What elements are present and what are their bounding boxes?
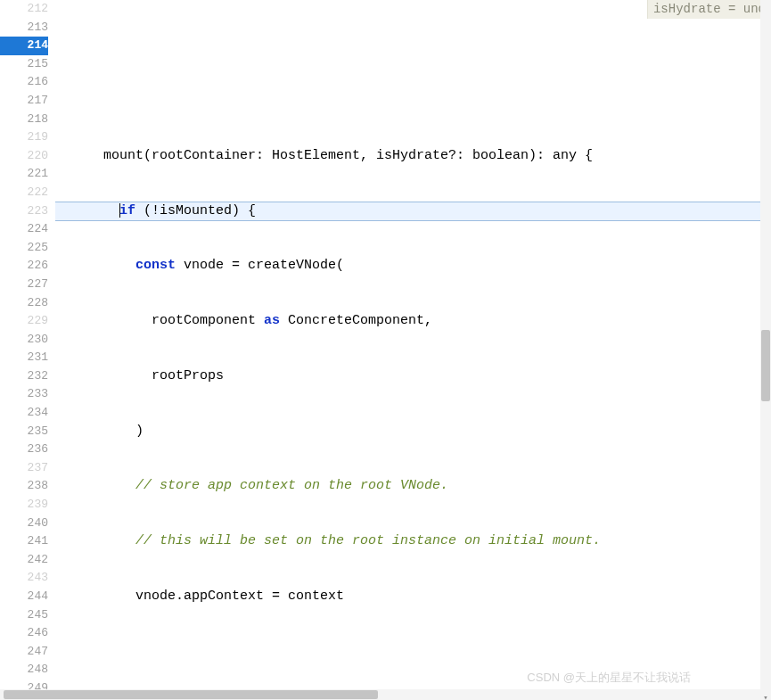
line-number: 227	[0, 276, 48, 294]
line-number: 237	[0, 459, 48, 478]
line-number: 235	[0, 423, 48, 441]
line-number: 248	[0, 661, 48, 679]
line-number: 240	[0, 515, 48, 533]
line-number: 212	[0, 0, 48, 19]
code-line: // this will be set on the root instance…	[55, 532, 771, 551]
line-number: 222	[0, 184, 48, 202]
line-number: 229	[0, 312, 48, 331]
scrollbar-thumb[interactable]	[761, 330, 770, 401]
line-number: 218	[0, 111, 48, 129]
line-number: 225	[0, 239, 48, 258]
code-area[interactable]: isHydrate = und mount(rootContainer: Hos…	[55, 0, 771, 700]
line-number: 241	[0, 532, 48, 551]
line-number: 236	[0, 441, 48, 459]
line-number: 230	[0, 331, 48, 350]
line-number: 224	[0, 220, 48, 239]
line-number: 245	[0, 606, 48, 625]
code-line: rootProps	[55, 367, 771, 386]
vertical-scrollbar[interactable]: ▾	[760, 0, 771, 700]
scroll-down-icon[interactable]: ▾	[762, 689, 769, 698]
line-number: 233	[0, 385, 48, 404]
line-number: 223	[0, 202, 48, 221]
line-number: 221	[0, 165, 48, 184]
line-number: 244	[0, 588, 48, 606]
code-line: )	[55, 423, 771, 441]
code-line-current: if (!isMounted) {	[55, 202, 771, 221]
horizontal-scrollbar[interactable]	[0, 689, 760, 700]
code-editor[interactable]: 212 213 214 215 216 217 218 219 220 221 …	[0, 0, 771, 700]
line-number: 220	[0, 147, 48, 166]
line-number: 242	[0, 551, 48, 570]
line-number: 246	[0, 624, 48, 643]
line-number: 247	[0, 643, 48, 662]
code-line: vnode.appContext = context	[55, 588, 771, 606]
line-number: 219	[0, 128, 48, 147]
code-line: const vnode = createVNode(	[55, 257, 771, 276]
line-number: 238	[0, 477, 48, 496]
code-line	[55, 643, 771, 662]
line-number: 226	[0, 257, 48, 276]
inlay-hint: isHydrate = und	[647, 0, 771, 19]
line-number: 217	[0, 92, 48, 111]
line-number: 243	[0, 569, 48, 588]
line-number-current: 214	[0, 37, 48, 55]
line-number: 239	[0, 496, 48, 515]
line-number: 216	[0, 73, 48, 92]
line-number: 232	[0, 367, 48, 386]
line-number: 228	[0, 294, 48, 313]
code-line	[55, 92, 771, 111]
line-number: 213	[0, 19, 48, 37]
line-number-gutter: 212 213 214 215 216 217 218 219 220 221 …	[0, 0, 55, 700]
line-number: 234	[0, 404, 48, 423]
line-number: 215	[0, 55, 48, 74]
scrollbar-thumb[interactable]	[4, 690, 378, 699]
line-number: 231	[0, 349, 48, 367]
code-line: // store app context on the root VNode.	[55, 477, 771, 496]
code-line: rootComponent as ConcreteComponent,	[55, 312, 771, 331]
code-line: mount(rootContainer: HostElement, isHydr…	[55, 147, 771, 166]
